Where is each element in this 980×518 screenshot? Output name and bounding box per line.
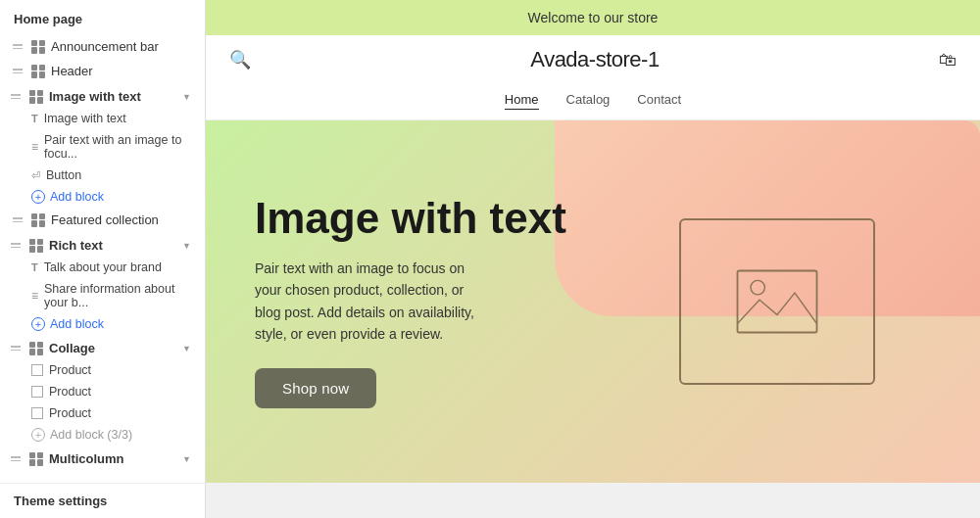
iwt-button-label: Button xyxy=(46,168,81,182)
sidebar-item-rich-text[interactable]: Rich text ▼ xyxy=(0,232,205,257)
collage-label: Collage xyxy=(49,341,95,355)
hero-title: Image with text xyxy=(255,195,583,242)
sidebar-child-iwt-button[interactable]: ⏎ Button xyxy=(0,165,205,186)
collage-product-3-label: Product xyxy=(49,406,91,420)
plus-icon-iwt: + xyxy=(31,190,45,204)
nav-item-contact[interactable]: Contact xyxy=(637,92,681,110)
drag-handle-announcement[interactable] xyxy=(10,43,25,50)
add-block-rt[interactable]: + Add block xyxy=(0,313,205,335)
add-block-collage: + Add block (3/3) xyxy=(0,424,205,446)
landscape-icon xyxy=(733,262,821,341)
plus-icon-collage: + xyxy=(31,428,45,442)
sidebar-item-multicolumn[interactable]: Multicolumn ▼ xyxy=(0,446,205,470)
sidebar-child-rt-share[interactable]: ≡ Share information about your b... xyxy=(0,278,205,313)
iwt-pair-label: Pair text with an image to focu... xyxy=(44,133,191,161)
grid-icon-header xyxy=(31,65,45,78)
sidebar-item-announcement-bar[interactable]: Announcement bar xyxy=(0,34,205,59)
sidebar-child-iwt-heading[interactable]: T Image with text xyxy=(0,108,205,129)
main-preview: Welcome to our store 🔍 Avada-store-1 🛍 H… xyxy=(206,0,980,518)
svg-point-1 xyxy=(751,280,764,294)
search-icon[interactable]: 🔍 xyxy=(229,49,251,71)
drag-handle-header[interactable] xyxy=(10,68,25,74)
rich-text-label: Rich text xyxy=(49,238,103,253)
add-block-iwt[interactable]: + Add block xyxy=(0,186,205,208)
sidebar-child-rt-talk[interactable]: T Talk about your brand xyxy=(0,257,205,278)
chevron-icon-collage: ▼ xyxy=(182,344,191,353)
cart-icon[interactable]: 🛍 xyxy=(939,50,956,71)
featured-collection-label: Featured collection xyxy=(51,212,159,227)
add-block-iwt-label: Add block xyxy=(50,190,104,204)
sidebar: Home page Announcement bar Header Image … xyxy=(0,0,206,518)
text-icon-iwt-heading: T xyxy=(31,113,38,124)
drag-handle-rt[interactable] xyxy=(8,242,24,249)
sidebar-item-header[interactable]: Header xyxy=(0,59,205,83)
lines-icon-rt-share: ≡ xyxy=(31,289,38,303)
store-logo: Avada-store-1 xyxy=(530,47,659,72)
chevron-icon-iwt: ▼ xyxy=(182,92,191,102)
drag-handle-multi[interactable] xyxy=(8,455,24,462)
plus-icon-rt: + xyxy=(31,317,45,331)
nav-item-home[interactable]: Home xyxy=(505,92,539,110)
shop-now-button[interactable]: Shop now xyxy=(255,368,376,408)
drag-handle-collage[interactable] xyxy=(8,345,24,352)
collage-product-1-label: Product xyxy=(49,363,91,377)
grid-icon-multi xyxy=(29,452,43,466)
hero-section: Image with text Pair text with an image … xyxy=(206,120,980,483)
store-header: 🔍 Avada-store-1 🛍 xyxy=(206,35,980,84)
sidebar-child-collage-product-2[interactable]: Product xyxy=(0,381,205,402)
grid-icon-fc xyxy=(31,213,45,227)
drag-handle-fc[interactable] xyxy=(10,216,25,223)
store-nav: Home Catalog Contact xyxy=(206,84,980,120)
frame-icon-p2 xyxy=(31,386,43,398)
nav-item-catalog[interactable]: Catalog xyxy=(566,92,611,110)
multicolumn-label: Multicolumn xyxy=(49,451,124,466)
grid-icon-iwt xyxy=(29,90,43,104)
rt-share-label: Share information about your b... xyxy=(44,282,191,309)
sidebar-item-collage[interactable]: Collage ▼ xyxy=(0,335,205,359)
announcement-text: Welcome to our store xyxy=(528,10,659,25)
sidebar-item-featured-collection[interactable]: Featured collection xyxy=(0,208,205,232)
chevron-icon-multi: ▼ xyxy=(182,454,191,464)
drag-handle-iwt[interactable] xyxy=(8,93,24,100)
theme-settings[interactable]: Theme settings xyxy=(0,483,205,518)
hero-inner: Image with text Pair text with an image … xyxy=(206,120,980,483)
sidebar-child-iwt-pair[interactable]: ≡ Pair text with an image to focu... xyxy=(0,129,205,165)
announcement-bar-preview: Welcome to our store xyxy=(206,0,980,35)
hero-description: Pair text with an image to focus on your… xyxy=(255,258,490,346)
grid-icon-rt xyxy=(29,239,43,253)
hero-text: Image with text Pair text with an image … xyxy=(255,195,583,409)
frame-icon-p3 xyxy=(31,407,43,419)
text-icon-rt-talk: T xyxy=(31,261,38,273)
announcement-bar-label: Announcement bar xyxy=(51,39,159,54)
button-icon-iwt: ⏎ xyxy=(31,169,40,182)
svg-rect-0 xyxy=(737,271,816,333)
collage-product-2-label: Product xyxy=(49,385,91,399)
sidebar-child-collage-product-1[interactable]: Product xyxy=(0,359,205,381)
grid-icon xyxy=(31,40,45,54)
add-block-rt-label: Add block xyxy=(50,317,104,331)
rt-talk-label: Talk about your brand xyxy=(44,260,162,274)
hero-image-placeholder xyxy=(612,218,941,385)
sidebar-item-image-with-text[interactable]: Image with text ▼ xyxy=(0,83,205,108)
lines-icon-iwt-pair: ≡ xyxy=(31,140,38,154)
add-block-collage-label: Add block (3/3) xyxy=(50,428,132,442)
header-label: Header xyxy=(51,64,93,78)
sidebar-title: Home page xyxy=(0,0,205,34)
grid-icon-collage xyxy=(29,342,43,355)
frame-icon-p1 xyxy=(31,364,43,376)
image-frame xyxy=(679,218,875,385)
chevron-icon-rt: ▼ xyxy=(182,241,191,251)
iwt-heading-label: Image with text xyxy=(44,112,126,125)
store-preview: Welcome to our store 🔍 Avada-store-1 🛍 H… xyxy=(206,0,980,518)
iwt-section-label: Image with text xyxy=(49,89,141,104)
sidebar-child-collage-product-3[interactable]: Product xyxy=(0,402,205,424)
